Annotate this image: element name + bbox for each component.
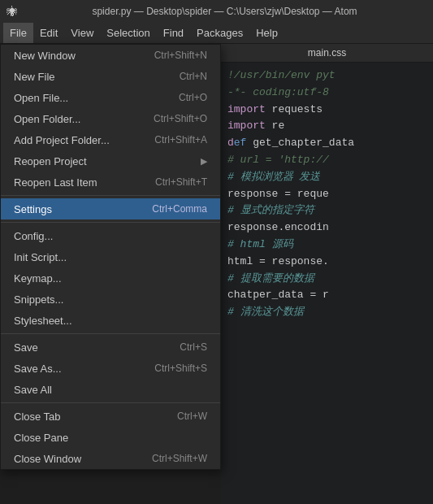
menu-help[interactable]: Help (249, 23, 284, 43)
menu-item-new-file[interactable]: New FileCtrl+N (1, 66, 220, 87)
menu-find[interactable]: Find (157, 23, 190, 43)
menu-divider-reopen-last-item (1, 195, 220, 196)
menu-item-save-all[interactable]: Save All (1, 379, 220, 400)
menu-item-keymap[interactable]: Keymap... (1, 267, 220, 289)
menu-item-stylesheet[interactable]: Stylesheet... (1, 310, 220, 331)
code-line: import requests (227, 102, 427, 119)
menu-divider-save-all (1, 402, 220, 403)
menu-item-close-pane[interactable]: Close Pane (1, 427, 220, 448)
editor-tab[interactable]: main.css (221, 44, 433, 63)
menu-item-open-folder[interactable]: Open Folder...Ctrl+Shift+O (1, 108, 220, 129)
menu-item-close-window[interactable]: Close WindowCtrl+Shift+W (1, 448, 220, 469)
code-line: # 模拟浏览器 发送 (227, 169, 427, 186)
menu-divider-settings (1, 222, 220, 223)
menu-packages[interactable]: Packages (190, 23, 249, 43)
menu-item-reopen-last-item[interactable]: Reopen Last ItemCtrl+Shift+T (1, 172, 220, 193)
code-line: import re (227, 118, 427, 135)
menu-item-save[interactable]: SaveCtrl+S (1, 337, 220, 358)
menu-divider-stylesheet (1, 333, 220, 334)
code-line: # url = 'http:// (227, 152, 427, 169)
code-line: # 显式的指定字符 (227, 202, 427, 219)
menu-selection[interactable]: Selection (100, 23, 156, 43)
code-line: # 清洗这个数据 (227, 304, 427, 321)
code-line: response = reque (227, 186, 427, 203)
menu-edit[interactable]: Edit (33, 23, 64, 43)
menu-item-config[interactable]: Config... (1, 225, 220, 246)
menu-item-init-script[interactable]: Init Script... (1, 246, 220, 267)
file-dropdown: New WindowCtrl+Shift+NNew FileCtrl+NOpen… (0, 44, 221, 470)
menu-item-save-as[interactable]: Save As...Ctrl+Shift+S (1, 358, 220, 379)
code-line: def get_chapter_data (227, 135, 427, 152)
menu-view[interactable]: View (64, 23, 100, 43)
code-line: !/usr/bin/env pyt (227, 67, 427, 85)
menu-file[interactable]: File (3, 23, 33, 43)
editor-area: main.css !/usr/bin/env pyt-*- coding:utf… (221, 44, 433, 504)
app-icon: 🕷 (6, 5, 18, 18)
menu-item-reopen-project[interactable]: Reopen Project▶ (1, 150, 220, 172)
menu-item-add-project-folder[interactable]: Add Project Folder...Ctrl+Shift+A (1, 129, 220, 150)
menu-item-open-file[interactable]: Open File...Ctrl+O (1, 87, 220, 108)
menu-item-settings[interactable]: SettingsCtrl+Comma (1, 198, 220, 219)
code-line: -*- coding:utf-8 (227, 85, 427, 102)
menu-item-snippets[interactable]: Snippets... (1, 289, 220, 310)
code-line: html = response. (227, 254, 427, 271)
menu-item-new-window[interactable]: New WindowCtrl+Shift+N (1, 45, 220, 66)
code-line: # 提取需要的数据 (227, 271, 427, 288)
title-bar: 🕷 spider.py — Desktop\spider — C:\Users\… (0, 0, 433, 23)
menu-bar: File Edit View Selection Find Packages H… (0, 23, 433, 44)
menu-item-close-tab[interactable]: Close TabCtrl+W (1, 406, 220, 427)
code-line: chatper_data = r (227, 287, 427, 304)
window-title: spider.py — Desktop\spider — C:\Users\zj… (23, 6, 427, 17)
editor-content: !/usr/bin/env pyt-*- coding:utf-8import … (221, 63, 433, 326)
code-line: response.encodin (227, 219, 427, 237)
code-line: # html 源码 (227, 237, 427, 254)
